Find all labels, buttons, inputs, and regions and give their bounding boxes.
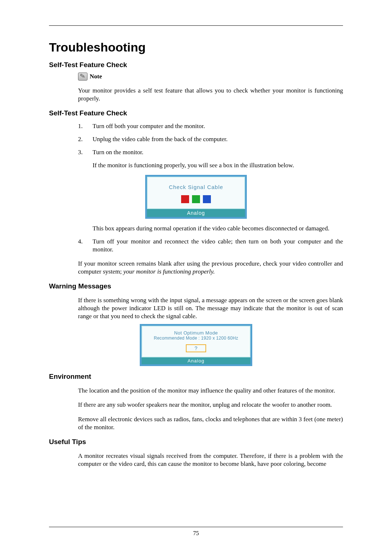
closing-italic: your monitor is functioning properly. — [123, 268, 215, 275]
illus-line1: Not Optimum Mode — [145, 330, 247, 336]
green-square-icon — [192, 195, 200, 203]
note-callout: Note — [78, 73, 343, 81]
illus-outer-frame: Check Signal Cable Analog — [145, 175, 247, 219]
illus-question-box: ? — [186, 344, 206, 352]
environment-p1: The location and the position of the mon… — [78, 387, 343, 395]
section-heading-environment: Environment — [49, 373, 343, 381]
note-body-text: Your monitor provides a self test featur… — [78, 87, 343, 103]
bottom-rule — [49, 527, 343, 527]
section-heading-warning: Warning Messages — [49, 282, 343, 290]
list-text: Turn on the monitor. — [93, 148, 343, 156]
illus-message: Check Signal Cable — [151, 184, 241, 190]
illustration-check-signal-cable: Check Signal Cable Analog — [145, 175, 247, 219]
ordered-list: 1. Turn off both your computer and the m… — [78, 122, 343, 156]
section-heading-selftest-intro: Self-Test Feature Check — [49, 61, 343, 69]
section-heading-tips: Useful Tips — [49, 438, 343, 446]
page-footer: 75 — [49, 523, 343, 537]
list-item: 4. Turn off your monitor and reconnect t… — [78, 238, 343, 254]
top-rule — [49, 25, 343, 26]
list-text: Turn off both your computer and the moni… — [93, 122, 343, 130]
page-title: Troubleshooting — [49, 40, 343, 54]
list-item: 3. Turn on the monitor. — [78, 148, 343, 156]
environment-p2: If there are any sub woofer speakers nea… — [78, 401, 343, 409]
list-number: 2. — [78, 135, 93, 143]
note-icon — [78, 73, 87, 81]
illus-inner-panel: Not Optimum Mode Recommended Mode : 1920… — [142, 326, 250, 357]
warning-body-text: If there is something wrong with the inp… — [78, 296, 343, 320]
list-text: Turn off your monitor and reconnect the … — [93, 238, 343, 254]
illus-inner-panel: Check Signal Cable — [147, 177, 245, 209]
page-number: 75 — [49, 530, 343, 537]
after-illus-text: This box appears during normal operation… — [93, 225, 343, 233]
illus-outer-frame: Not Optimum Mode Recommended Mode : 1920… — [140, 324, 252, 366]
red-square-icon — [181, 195, 189, 203]
list-text: Unplug the video cable from the back of … — [93, 135, 343, 143]
illus-line2: Recommended Mode : 1920 x 1200 60Hz — [145, 336, 247, 341]
list-item: 1. Turn off both your computer and the m… — [78, 122, 343, 130]
section-heading-selftest-steps: Self-Test Feature Check — [49, 109, 343, 117]
tips-p1: A monitor recreates visual signals recei… — [78, 452, 343, 468]
environment-p3: Remove all electronic devices such as ra… — [78, 415, 343, 431]
list-number: 1. — [78, 122, 93, 130]
document-page: Troubleshooting Self-Test Feature Check … — [0, 0, 392, 554]
list-item: 2. Unplug the video cable from the back … — [78, 135, 343, 143]
closing-paragraph: If your monitor screen remains blank aft… — [78, 260, 343, 276]
rgb-squares — [151, 195, 241, 203]
note-label: Note — [90, 73, 102, 80]
illus-footer-bar: Analog — [147, 209, 245, 217]
list-number: 4. — [78, 238, 93, 254]
step-followup-text: If the monitor is functioning properly, … — [93, 161, 343, 169]
list-number: 3. — [78, 148, 93, 156]
blue-square-icon — [203, 195, 211, 203]
ordered-list-continued: 4. Turn off your monitor and reconnect t… — [78, 238, 343, 254]
illustration-not-optimum-mode: Not Optimum Mode Recommended Mode : 1920… — [140, 324, 252, 366]
illus-footer-bar: Analog — [142, 357, 250, 364]
